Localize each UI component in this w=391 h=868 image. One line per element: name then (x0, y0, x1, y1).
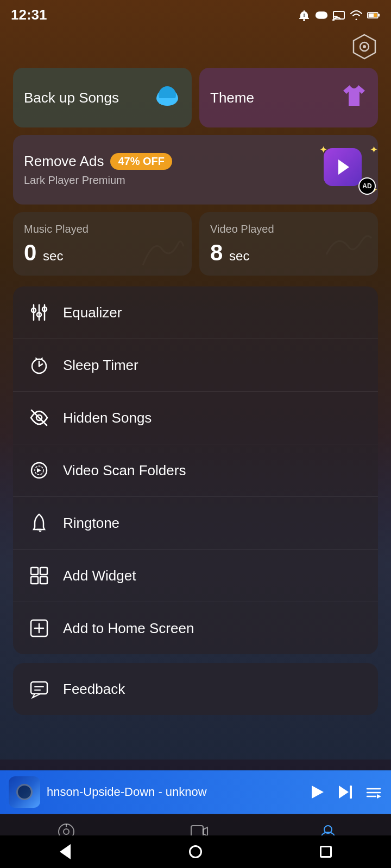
video-played-card: Video Played 8 sec (199, 212, 378, 276)
alert-icon: ! (298, 9, 311, 22)
battery-icon (367, 9, 380, 22)
wifi-icon (350, 9, 363, 22)
svg-rect-36 (40, 577, 47, 584)
theme-label: Theme (210, 90, 254, 106)
sleep-timer-icon (28, 354, 50, 376)
svg-rect-45 (350, 786, 352, 799)
status-icons: ! (298, 9, 380, 22)
play-triangle (338, 159, 349, 175)
svg-rect-16 (159, 98, 175, 104)
system-home-button[interactable] (186, 842, 205, 861)
svg-rect-8 (374, 13, 377, 17)
video-played-unit: sec (229, 248, 249, 263)
now-playing-controls (308, 783, 382, 801)
hidden-songs-label: Hidden Songs (63, 410, 152, 426)
menu-card: Equalizer Sleep Timer (13, 286, 378, 654)
now-playing-title: hnson-Upside-Down - unknow (47, 785, 302, 799)
menu-item-sleep-timer[interactable]: Sleep Timer (13, 339, 378, 392)
svg-marker-49 (377, 794, 381, 799)
video-scan-icon (28, 459, 50, 481)
svg-text:!: ! (304, 12, 305, 18)
svg-marker-44 (339, 786, 349, 799)
video-scan-label: Video Scan Folders (63, 462, 186, 479)
status-bar: 12:31 ! (0, 0, 391, 28)
add-home-icon (28, 617, 50, 639)
svg-point-51 (64, 829, 69, 834)
ads-title: Remove Ads (24, 153, 104, 170)
music-played-unit: sec (43, 248, 63, 263)
svg-rect-34 (40, 567, 47, 575)
ringtone-label: Ringtone (63, 515, 119, 532)
svg-rect-2 (316, 11, 327, 19)
remove-ads-banner[interactable]: Remove Ads 47% OFF Lark Player Premium ✦… (13, 135, 378, 205)
ads-left-content: Remove Ads 47% OFF Lark Player Premium (24, 153, 172, 187)
ads-video-icon-wrap: ✦ ✦ ✦ AD (324, 148, 367, 192)
system-recent-button[interactable] (316, 842, 336, 861)
svg-rect-40 (31, 682, 47, 694)
svg-point-0 (303, 19, 305, 21)
equalizer-icon (28, 302, 50, 323)
svg-marker-43 (312, 786, 324, 799)
menu-item-ringtone[interactable]: Ringtone (13, 497, 378, 550)
menu-item-equalizer[interactable]: Equalizer (13, 286, 378, 339)
menu-item-hidden-songs[interactable]: Hidden Songs (13, 392, 378, 444)
system-nav-bar (0, 835, 391, 868)
now-playing-bar[interactable]: hnson-Upside-Down - unknow (0, 770, 391, 814)
status-time: 12:31 (11, 7, 47, 23)
cast-icon (332, 9, 345, 22)
ringtone-icon (28, 512, 50, 534)
stats-row: Music Played 0 sec Video Played 8 sec (0, 212, 391, 276)
top-right-settings[interactable] (0, 28, 391, 68)
skip-next-button[interactable] (337, 783, 354, 801)
menu-item-video-scan[interactable]: Video Scan Folders (13, 444, 378, 497)
hidden-songs-icon (28, 407, 50, 429)
ads-video-play-icon (324, 148, 362, 186)
svg-point-11 (363, 45, 366, 48)
add-widget-icon (28, 565, 50, 586)
ad-badge-circle: AD (358, 177, 376, 195)
sleep-timer-label: Sleep Timer (63, 357, 138, 374)
playlist-button[interactable] (365, 783, 382, 801)
sparkle-top-right: ✦ (370, 144, 378, 156)
svg-rect-6 (378, 14, 380, 16)
menu-item-add-home[interactable]: Add to Home Screen (13, 602, 378, 654)
theme-card[interactable]: Theme (199, 68, 378, 127)
feedback-label: Feedback (63, 681, 125, 698)
svg-marker-55 (203, 827, 207, 836)
ads-subtitle: Lark Player Premium (24, 174, 172, 187)
feedback-item[interactable]: Feedback (13, 663, 378, 715)
menu-item-add-widget[interactable]: Add Widget (13, 550, 378, 602)
pill-icon (315, 9, 328, 22)
theme-icon (341, 83, 367, 112)
ads-discount-badge: 47% OFF (110, 153, 172, 170)
backup-songs-icon (154, 83, 181, 112)
hexagon-settings-icon[interactable] (351, 33, 378, 62)
svg-line-29 (31, 410, 47, 425)
music-bg-decoration (137, 227, 186, 276)
svg-rect-33 (31, 567, 38, 575)
feedback-icon (28, 678, 50, 700)
music-played-card: Music Played 0 sec (13, 212, 192, 276)
svg-rect-35 (31, 577, 38, 584)
backup-songs-label: Back up Songs (24, 90, 119, 106)
play-pause-button[interactable] (308, 783, 326, 801)
backup-songs-card[interactable]: Back up Songs (13, 68, 192, 127)
add-widget-label: Add Widget (63, 567, 136, 584)
add-home-label: Add to Home Screen (63, 620, 194, 637)
top-cards-grid: Back up Songs Theme (0, 68, 391, 127)
system-back-button[interactable] (55, 842, 75, 861)
feedback-card: Feedback (13, 663, 378, 715)
now-playing-thumbnail (9, 776, 40, 808)
equalizer-label: Equalizer (63, 304, 122, 321)
video-bg-decoration (324, 227, 373, 276)
